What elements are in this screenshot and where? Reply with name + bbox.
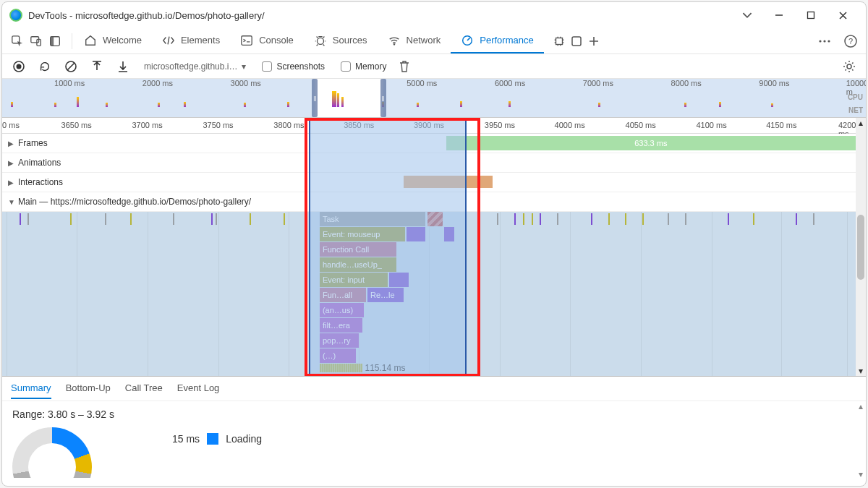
overview-tick: 7000 ms [583, 79, 613, 87]
summary-scrollbar[interactable]: ▴▾ [856, 401, 866, 479]
tab-performance[interactable]: Performance [451, 29, 543, 53]
panel-tabs: WelcomeElementsConsoleSourcesNetworkPerf… [2, 28, 866, 54]
overview-handle-right[interactable]: || [380, 79, 386, 117]
tab-label: Network [407, 35, 441, 46]
cpu-label: CPU [848, 93, 863, 101]
summary-panel: Range: 3.80 s – 3.92 s 15 ms Loading ▴▾ [2, 401, 866, 479]
help-icon[interactable]: ? [843, 33, 859, 49]
overview-timeline[interactable]: 1000 ms2000 ms3000 ms4000 ms5000 ms6000 … [2, 79, 866, 118]
overview-tick: 9000 ms [759, 79, 789, 87]
svg-point-14 [823, 40, 825, 42]
gear-icon[interactable] [841, 59, 857, 74]
legend-ms: 15 ms [172, 433, 200, 445]
memory-label: Memory [355, 61, 386, 72]
clear-button[interactable] [63, 59, 79, 74]
disclosure-icon: ▶ [8, 140, 15, 147]
summary-tab-summary[interactable]: Summary [11, 378, 51, 399]
svg-point-13 [819, 40, 821, 42]
svg-rect-6 [51, 36, 54, 46]
legend-name: Loading [226, 433, 262, 445]
recording-dropdown[interactable]: microsoftedge.github.i… ▾ [144, 61, 246, 72]
dock-icon[interactable] [47, 33, 63, 49]
device-toggle-icon[interactable] [28, 33, 44, 49]
code-icon [162, 34, 175, 47]
gauge-icon [461, 34, 474, 47]
tab-network[interactable]: Network [378, 29, 451, 53]
memory-checkbox[interactable] [341, 61, 351, 72]
svg-point-9 [393, 43, 394, 45]
summary-tabs: SummaryBottom-UpCall TreeEvent Log [2, 377, 866, 401]
overview-tick: 8000 ms [671, 79, 702, 87]
section-label: Animations [18, 158, 61, 168]
minimize-button[interactable] [763, 4, 795, 27]
bug-icon [314, 34, 327, 47]
disclosure-icon: ▶ [8, 159, 15, 167]
more-icon[interactable] [817, 33, 833, 49]
tab-label: Welcome [103, 35, 142, 46]
tab-label: Elements [181, 35, 220, 46]
tab-welcome[interactable]: Welcome [74, 29, 152, 53]
summary-tab-calltree[interactable]: Call Tree [125, 378, 163, 399]
svg-rect-7 [242, 35, 252, 45]
chevron-down-icon: ▾ [242, 61, 246, 72]
svg-point-15 [827, 40, 830, 42]
tab-console[interactable]: Console [230, 29, 304, 53]
record-button[interactable] [11, 59, 27, 74]
window-title: DevTools - microsoftedge.github.io/Demos… [28, 10, 265, 21]
recording-name: microsoftedge.github.i… [144, 61, 237, 72]
section-label: Interactions [18, 177, 63, 187]
section-label: Main — https://microsoftedge.github.io/D… [18, 197, 251, 207]
add-tab-icon[interactable] [586, 33, 602, 49]
section-label: Frames [18, 138, 48, 148]
trash-icon[interactable] [396, 59, 412, 74]
summary-tab-eventlog[interactable]: Event Log [177, 378, 220, 399]
overview-tick: 5000 ms [407, 79, 437, 87]
wifi-icon [388, 34, 401, 47]
svg-rect-1 [808, 12, 814, 19]
disclosure-icon: ▼ [8, 198, 15, 206]
titlebar: DevTools - microsoftedge.github.io/Demos… [2, 2, 866, 28]
summary-tab-bottomup[interactable]: Bottom-Up [66, 378, 111, 399]
net-label: NET [848, 106, 863, 114]
close-button[interactable] [827, 4, 859, 27]
inspect-icon[interactable] [9, 33, 25, 49]
vertical-scrollbar[interactable]: ▴▾ [856, 118, 866, 376]
frame-bar[interactable]: 633.3 ms [446, 136, 856, 150]
reload-button[interactable] [37, 59, 53, 74]
svg-rect-12 [572, 37, 581, 46]
perf-toolbar: microsoftedge.github.i… ▾ Screenshots Me… [2, 54, 866, 79]
svg-line-21 [67, 63, 75, 70]
legend-loading: 15 ms Loading [172, 433, 262, 445]
chevron-down-icon[interactable] [731, 4, 763, 27]
home-icon [84, 34, 97, 47]
tab-label: Console [259, 35, 294, 46]
overview-tick: 2000 ms [142, 79, 173, 87]
tab-elements[interactable]: Elements [152, 29, 230, 53]
summary-donut [12, 427, 92, 478]
svg-text:?: ? [848, 37, 853, 46]
tab-label: Performance [480, 35, 533, 46]
svg-point-19 [17, 64, 22, 69]
disclosure-icon: ▶ [8, 179, 15, 187]
screenshots-label: Screenshots [276, 61, 325, 72]
overview-handle-left[interactable]: || [312, 79, 318, 117]
download-button[interactable] [115, 59, 131, 74]
overview-tick: 6000 ms [495, 79, 525, 87]
app-icon [9, 9, 22, 22]
panel-square-icon[interactable] [569, 33, 584, 49]
tab-label: Sources [333, 35, 367, 46]
console-icon [240, 34, 253, 47]
overview-tick: 1000 ms [54, 79, 85, 87]
svg-point-8 [317, 38, 323, 44]
overview-tick: 3000 ms [231, 79, 261, 87]
legend-swatch [207, 433, 218, 445]
svg-point-24 [847, 64, 851, 69]
maximize-button[interactable] [795, 4, 827, 27]
timeline[interactable]: 600 ms3650 ms3700 ms3750 ms3800 ms3850 m… [2, 118, 866, 377]
range-label: Range: 3.80 s – 3.92 s [12, 408, 856, 420]
screenshots-checkbox[interactable] [262, 61, 272, 72]
upload-button[interactable] [89, 59, 105, 74]
tab-sources[interactable]: Sources [304, 29, 378, 53]
svg-rect-11 [556, 38, 562, 44]
cpu-throttle-icon[interactable] [551, 33, 567, 49]
